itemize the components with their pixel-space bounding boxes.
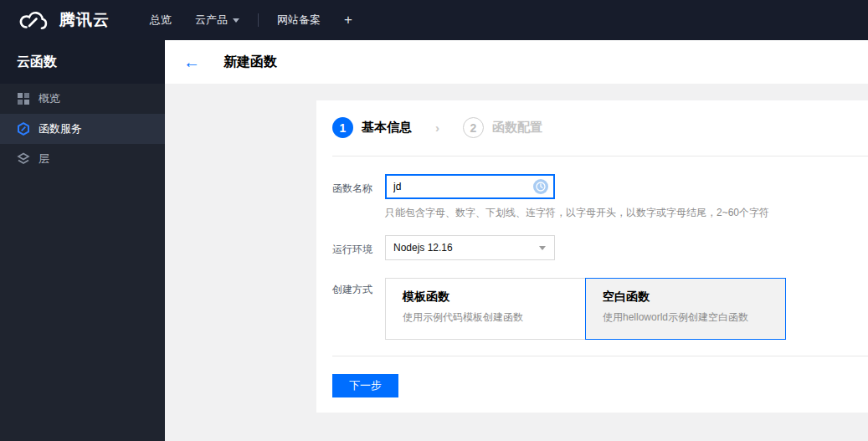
brand-name: 腾讯云: [59, 9, 110, 31]
nav-item-overview[interactable]: 总览: [138, 0, 183, 40]
function-name-label: 函数名称: [332, 182, 384, 196]
top-navbar: 腾讯云 总览 云产品 网站备案 +: [0, 0, 868, 40]
step-1-circle: 1: [332, 117, 353, 138]
sidebar-item-overview[interactable]: 概览: [0, 84, 165, 114]
steps-divider: [332, 156, 868, 156]
method-description: 使用示例代码模板创建函数: [403, 310, 568, 325]
function-name-input[interactable]: [387, 181, 512, 192]
create-function-card: 1 基本信息 › 2 函数配置 函数名称 只能包含字母、数字、下划线、连字符，以…: [316, 100, 868, 413]
runtime-selected-value: Nodejs 12.16: [386, 242, 539, 254]
chevron-down-icon: [233, 18, 239, 23]
step-2-circle: 2: [463, 117, 484, 138]
step-1-label: 基本信息: [362, 120, 412, 136]
step-separator-icon: ›: [435, 121, 439, 135]
method-card-blank-function[interactable]: 空白函数 使用helloworld示例创建空白函数: [585, 278, 786, 340]
page-header: ← 新建函数: [165, 40, 868, 84]
step-2-label: 函数配置: [492, 120, 542, 136]
sidebar-item-label: 函数服务: [39, 121, 82, 136]
runtime-label: 运行环境: [332, 243, 384, 257]
creation-method-options: 模板函数 使用示例代码模板创建函数 空白函数 使用helloworld示例创建空…: [385, 278, 786, 340]
nav-item-products[interactable]: 云产品: [183, 0, 251, 40]
cloud-logo-icon: [18, 8, 52, 32]
back-arrow-button[interactable]: ←: [183, 54, 200, 70]
method-title: 模板函数: [403, 290, 568, 305]
footer-divider: [332, 356, 868, 356]
method-card-template-function[interactable]: 模板函数 使用示例代码模板创建函数: [385, 278, 586, 340]
nav-separator: [258, 13, 259, 27]
add-tab-button[interactable]: +: [332, 12, 364, 28]
layers-icon: [17, 152, 30, 166]
runtime-select[interactable]: Nodejs 12.16: [385, 235, 555, 260]
sidebar-item-layers[interactable]: 层: [0, 144, 165, 174]
hexagon-function-icon: [17, 122, 30, 136]
sidebar-title: 云函数: [0, 40, 165, 84]
next-step-button[interactable]: 下一步: [332, 374, 398, 397]
step-indicator: 1 基本信息 › 2 函数配置: [332, 117, 542, 138]
grid-icon: [17, 92, 30, 105]
nav-item-icp[interactable]: 网站备案: [265, 0, 332, 40]
sidebar-item-label: 层: [39, 151, 49, 167]
creation-method-label: 创建方式: [332, 283, 384, 297]
input-history-clock-icon[interactable]: [533, 179, 548, 194]
tencent-cloud-console: 腾讯云 总览 云产品 网站备案 + 云函数 概览: [0, 0, 868, 441]
page-title: 新建函数: [223, 54, 277, 71]
method-description: 使用helloworld示例创建空白函数: [603, 310, 768, 325]
method-title: 空白函数: [603, 290, 768, 305]
sidebar: 云函数 概览 函数服务: [0, 40, 165, 441]
function-name-hint: 只能包含字母、数字、下划线、连字符，以字母开头，以数字或字母结尾，2~60个字符: [385, 206, 769, 220]
brand-logo[interactable]: 腾讯云: [0, 8, 110, 32]
sidebar-item-function-service[interactable]: 函数服务: [0, 114, 165, 144]
top-nav-menu: 总览 云产品 网站备案 +: [138, 0, 364, 40]
select-caret-icon: [539, 246, 546, 250]
sidebar-item-label: 概览: [39, 91, 60, 106]
function-name-input-wrap: [385, 174, 555, 199]
content-area: 1 基本信息 › 2 函数配置 函数名称 只能包含字母、数字、下划线、连字符，以…: [165, 84, 868, 441]
